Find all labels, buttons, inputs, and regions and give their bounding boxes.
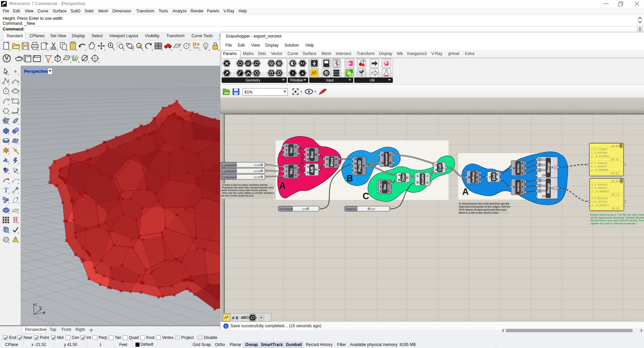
svg-text:0 1.299316: 0 1.299316 — [591, 183, 607, 186]
svg-text:A: A — [307, 148, 309, 152]
svg-text:C: C — [363, 191, 369, 201]
svg-text:1 1.885507: 1 1.885507 — [591, 186, 607, 189]
svg-text:them in a list in the vector o: them in a list in the vector order. — [459, 211, 499, 214]
svg-text:Geometry: Geometry — [246, 78, 260, 82]
svg-text:61%: 61% — [245, 90, 253, 95]
svg-text:Smaller: Smaller — [421, 174, 424, 185]
svg-text:!: ! — [225, 325, 227, 329]
svg-text:≤: ≤ — [427, 181, 428, 184]
svg-text:X: X — [521, 180, 523, 183]
svg-text:X component: X component — [222, 164, 236, 167]
svg-text:Y: Y — [285, 149, 287, 152]
svg-text:om the center point (0,0,0).: om the center point (0,0,0). — [221, 194, 254, 197]
svg-text:D2: D2 — [542, 184, 546, 187]
svg-text:V: V — [476, 180, 478, 183]
svg-text:Vec: Vec — [289, 147, 293, 153]
svg-text:D4: D4 — [542, 194, 546, 198]
svg-text:B: B — [346, 173, 353, 183]
svg-text:X: X — [335, 163, 337, 167]
svg-text:Z: Z — [521, 190, 523, 194]
svg-text:X: X — [380, 181, 382, 184]
svg-text:R: R — [551, 187, 554, 190]
svg-text:N: N — [355, 162, 357, 165]
svg-text:A: A — [398, 173, 400, 177]
svg-text:X: X — [285, 165, 287, 168]
svg-text:Merge: Merge — [546, 162, 550, 173]
svg-text:D: D — [406, 176, 408, 179]
svg-text:B: B — [315, 153, 317, 156]
svg-text:{0;1}: {0;1} — [611, 158, 619, 161]
svg-text:DeVec: DeVec — [516, 163, 520, 173]
svg-text:P: P — [363, 164, 365, 168]
svg-text:Y: Y — [521, 185, 523, 189]
svg-text:Z: Z — [285, 174, 287, 178]
svg-text:P: P — [381, 154, 383, 157]
svg-text:Cel Number: Cel Number — [280, 208, 293, 211]
svg-text:Z component: Z component — [222, 176, 236, 179]
svg-text:V: V — [294, 145, 297, 149]
svg-text:Vec: Vec — [289, 168, 293, 174]
svg-text:B: B — [417, 181, 419, 184]
svg-text:P: P — [355, 171, 357, 174]
svg-text:Cull: Cull — [438, 164, 442, 171]
svg-text:update list select "Stream Con: update list select "Stream Contents." — [590, 222, 638, 225]
svg-text:Distance: Distance — [346, 208, 356, 211]
svg-text:D3: D3 — [542, 189, 546, 192]
svg-text:Box: Box — [310, 151, 314, 158]
svg-text:0 1.299316: 0 1.299316 — [591, 162, 607, 165]
svg-text:{0;1}: {0;1} — [611, 193, 619, 196]
svg-text:{0;0}: {0;0} — [611, 144, 619, 148]
svg-text:L: L — [442, 166, 444, 169]
svg-text:A: A — [417, 174, 419, 178]
svg-text:S: S — [496, 173, 498, 176]
svg-text:{0;0}: {0;0} — [611, 180, 619, 183]
svg-text:P: P — [435, 168, 437, 172]
svg-text:A. Deconstruct the cells and t: A. Deconstruct the cells and then get th… — [459, 202, 510, 205]
svg-text:Dist: Dist — [401, 174, 405, 181]
svg-text:start and end points of the ed: start and end points of the edges. Get t… — [459, 205, 511, 208]
svg-text:T: T — [326, 163, 328, 167]
svg-text:Z: Z — [285, 153, 287, 156]
svg-text:10.00: 10.00 — [254, 164, 260, 167]
svg-text:B: B — [307, 171, 309, 174]
svg-text:Y: Y — [555, 166, 556, 169]
svg-text:Y component: Y component — [222, 170, 236, 173]
svg-text:7: 7 — [292, 71, 294, 75]
svg-text:Vec: Vec — [383, 184, 387, 190]
svg-text:B: B — [381, 161, 383, 165]
svg-text:<: < — [427, 174, 428, 178]
svg-text:Y: Y — [285, 170, 287, 173]
svg-text:P: P — [307, 158, 309, 161]
svg-text:ABC: ABC — [240, 316, 248, 320]
svg-text:F: F — [476, 171, 478, 175]
svg-text:G: G — [326, 157, 328, 161]
svg-text:Move: Move — [330, 157, 334, 166]
svg-text:D2: D2 — [542, 163, 546, 167]
svg-text:E: E — [496, 178, 498, 181]
svg-text:L: L — [435, 163, 437, 167]
svg-text:T: T — [4, 186, 8, 194]
svg-text:DeVec: DeVec — [516, 182, 520, 192]
svg-text:X: X — [285, 144, 287, 148]
svg-text:E: E — [476, 176, 478, 179]
svg-text:XYZ values of each point and t: XYZ values of each point and then put — [459, 208, 506, 211]
svg-text:1 2.537848: 1 2.537848 — [591, 151, 607, 154]
svg-text:Z: Z — [380, 190, 381, 193]
svg-text:D1: D1 — [542, 158, 546, 161]
svg-text:R: R — [355, 158, 357, 161]
svg-text:z: z — [35, 302, 37, 307]
svg-text:End: End — [492, 174, 496, 180]
svg-text:Y: Y — [521, 167, 523, 170]
svg-text:1 0.457255: 1 0.457255 — [591, 200, 607, 203]
svg-text:Input: Input — [326, 78, 333, 82]
svg-text:A: A — [301, 71, 304, 75]
svg-text:y: y — [39, 304, 42, 309]
svg-text:A/B: A/B — [310, 167, 314, 173]
svg-text:123: 123 — [302, 208, 306, 211]
svg-text:D1: D1 — [542, 179, 546, 182]
svg-text:A: A — [307, 165, 309, 168]
svg-text:L: L — [294, 152, 296, 155]
svg-text:Y: Y — [555, 187, 556, 190]
svg-text:-10.00: -10.00 — [253, 176, 260, 179]
svg-text:R: R — [551, 166, 554, 169]
